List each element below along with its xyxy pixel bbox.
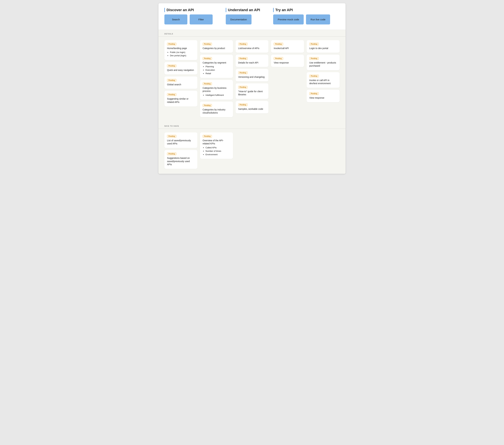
card-title: Overview of the API-related KPIs [203, 139, 230, 145]
card-title: Categories by business process [203, 87, 230, 93]
card: PendingCategories by business processInt… [200, 80, 233, 100]
pending-badge: Pending [167, 79, 176, 82]
pending-badge: Pending [167, 135, 176, 138]
card: PendingOverview of the API-related KPIsC… [200, 132, 233, 159]
list-item: Planning [206, 65, 230, 68]
list-item: Environment [206, 153, 230, 156]
card-list: PlanningExecutionRetail [203, 65, 230, 75]
list-item: Execution [206, 68, 230, 72]
card-list: Intelligent fulfilment [203, 93, 230, 97]
card-title: Home/landing page [167, 47, 195, 50]
hero-button-search[interactable]: Search [164, 15, 187, 24]
pending-badge: Pending [309, 43, 319, 45]
pending-badge: Pending [309, 57, 319, 60]
card: PendingSamples, workable code [235, 101, 269, 113]
header-group: Understand an APIDocumentation [226, 8, 260, 24]
header-group-title: Try an API [273, 8, 330, 12]
pending-badge: Pending [238, 86, 248, 89]
card-title: Categories by segment [203, 61, 230, 64]
card-title: Categories by product [203, 47, 230, 50]
card-title: Suggesting similar or related APIs [167, 97, 195, 104]
card: PendingQuick and easy navigation [164, 62, 197, 74]
card: PendingHome/landing pagePublic (no login… [164, 40, 197, 60]
pending-badge: Pending [238, 57, 248, 60]
pending-badge: Pending [167, 43, 176, 45]
card-title: Details for each API [238, 61, 266, 64]
main-container: Discover an APISearchFilterUnderstand an… [159, 3, 345, 174]
cards-column-0: PendingList of saved/previously used API… [164, 132, 197, 169]
card-title: Login to dev portal [309, 47, 337, 50]
list-item: Called APIs [206, 146, 230, 149]
pending-badge: Pending [203, 135, 212, 138]
hero-button-filter[interactable]: Filter [190, 15, 213, 24]
header-group-title: Understand an API [226, 8, 260, 12]
card: PendingLogin to dev portal [307, 40, 340, 53]
card: PendingList/overview of APIs [235, 40, 269, 53]
list-item: Retail [206, 72, 230, 75]
header-section: Discover an APISearchFilterUnderstand an… [159, 3, 345, 30]
card: PendingSuggestions based on saved/previo… [164, 150, 197, 169]
card-title: Suggestions based on saved/previously us… [167, 157, 195, 166]
card: PendingSuggesting similar or related API… [164, 91, 197, 106]
hero-button-run-live-code[interactable]: Run live code [306, 15, 330, 24]
card: PendingList of saved/previously used API… [164, 132, 197, 148]
card-title: List/overview of APIs [238, 47, 266, 50]
pending-badge: Pending [309, 75, 319, 77]
card: PendingGlobal search [164, 76, 197, 89]
cards-column-1: PendingOverview of the API-related KPIsC… [200, 132, 233, 159]
cards-column-1: PendingCategories by productPendingCateg… [200, 40, 233, 117]
pending-badge: Pending [274, 43, 283, 45]
pending-badge: Pending [167, 93, 176, 96]
details-section-label: DETAILS [159, 30, 345, 37]
pending-badge: Pending [309, 92, 319, 95]
header-buttons-group: SearchFilter [164, 15, 213, 24]
card: PendingInvoke or call API in dev/test en… [307, 72, 340, 88]
list-item: Number of times [206, 149, 230, 153]
nice-to-have-cards-section: PendingList of saved/previously used API… [159, 129, 345, 174]
card-title: Samples, workable code [238, 108, 266, 111]
card-title: View response [309, 96, 337, 100]
header-buttons-group: Preview mock codeRun live code [273, 15, 330, 24]
list-item: Public (no login) [170, 51, 195, 54]
list-item: Dev portal (login) [170, 54, 195, 57]
card-list: Public (no login)Dev portal (login) [167, 51, 195, 57]
card-list: Called APIsNumber of timesEnvironment [203, 146, 230, 156]
cards-column-2: PendingList/overview of APIsPendingDetai… [235, 40, 269, 113]
card: PendingVersioning and changelog [235, 69, 269, 81]
pending-badge: Pending [238, 71, 248, 74]
hero-button-preview-mock-code[interactable]: Preview mock code [273, 15, 304, 24]
card-title: Quick and easy navigation [167, 69, 195, 72]
pending-badge: Pending [274, 57, 283, 60]
card: PendingView response [271, 55, 304, 67]
pending-badge: Pending [167, 152, 176, 155]
header-group: Discover an APISearchFilter [164, 8, 213, 24]
details-cards-section: PendingHome/landing pagePublic (no login… [159, 37, 345, 122]
pending-badge: Pending [167, 64, 176, 67]
details-cards-grid: PendingHome/landing pagePublic (no login… [164, 40, 340, 117]
cards-column-3: PendingInvoke/call APIPendingView respon… [271, 40, 304, 67]
list-item: Intelligent fulfilment [206, 93, 230, 97]
card-title: Global search [167, 83, 195, 86]
card: PendingCategories by segmentPlanningExec… [200, 55, 233, 78]
header-group: Try an APIPreview mock codeRun live code [273, 8, 330, 24]
cards-column-4: PendingLogin to dev portalPendingUse ent… [307, 40, 340, 102]
pending-badge: Pending [238, 43, 248, 45]
card-title: Invoke or call API in dev/test environme… [309, 79, 337, 85]
card: PendingCategories by product [200, 40, 233, 53]
card-title: List of saved/previously used APIs [167, 139, 195, 145]
pending-badge: Pending [238, 103, 248, 106]
header-buttons-group: Documentation [226, 15, 260, 24]
nice-to-have-section-label: NICE TO HAVE [159, 122, 345, 129]
card: PendingDetails for each API [235, 55, 269, 67]
nice-to-have-cards-grid: PendingList of saved/previously used API… [164, 132, 340, 169]
cards-column-0: PendingHome/landing pagePublic (no login… [164, 40, 197, 107]
card: PendingView response [307, 90, 340, 102]
hero-button-documentation[interactable]: Documentation [226, 15, 252, 24]
card-title: Categories by industry cloud/solutions [203, 108, 230, 114]
pending-badge: Pending [203, 43, 212, 45]
pending-badge: Pending [203, 104, 212, 107]
card: Pending"How-to" guide for client librari… [235, 83, 269, 99]
card: PendingCategories by industry cloud/solu… [200, 102, 233, 117]
card-title: View response [274, 61, 301, 64]
card-title: Versioning and changelog [238, 75, 266, 79]
